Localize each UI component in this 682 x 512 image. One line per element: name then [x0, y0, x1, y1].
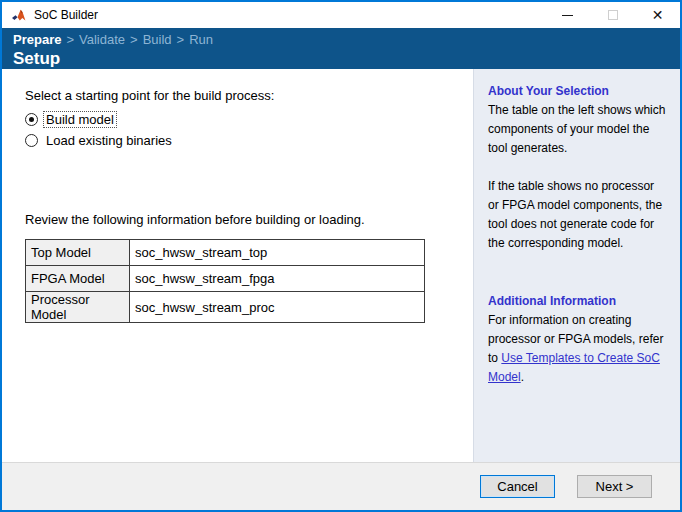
breadcrumb-step-prepare: Prepare — [13, 32, 61, 47]
matlab-logo-icon — [11, 7, 27, 23]
maximize-icon — [608, 10, 618, 20]
breadcrumb-separator: > — [130, 32, 138, 47]
wizard-body: Select a starting point for the build pr… — [2, 69, 680, 462]
table-row-value: soc_hwsw_stream_top — [130, 240, 425, 266]
titlebar: SoC Builder ✕ — [2, 2, 680, 28]
table-row-label: FPGA Model — [26, 266, 130, 292]
radio-build-model[interactable]: Build model — [25, 112, 473, 127]
radio-load-binaries-circle[interactable] — [25, 134, 38, 147]
model-info-table: Top Model soc_hwsw_stream_top FPGA Model… — [25, 239, 425, 323]
wizard-header: Prepare>Validate>Build>Run Setup — [2, 28, 680, 69]
radio-build-model-circle[interactable] — [25, 113, 38, 126]
close-icon: ✕ — [652, 8, 664, 22]
additional-information-heading: Additional Information — [488, 292, 668, 311]
about-selection-paragraph-2: If the table shows no processor or FPGA … — [488, 177, 668, 253]
window-controls: ✕ — [545, 2, 680, 28]
table-row-value: soc_hwsw_stream_proc — [130, 292, 425, 323]
about-selection-heading: About Your Selection — [488, 82, 668, 101]
start-point-prompt: Select a starting point for the build pr… — [25, 88, 473, 103]
next-button[interactable]: Next > — [577, 475, 652, 498]
maximize-button[interactable] — [590, 2, 635, 28]
soc-builder-window: SoC Builder ✕ Prepare>Validate>Build>Run… — [0, 0, 682, 512]
review-instruction: Review the following information before … — [25, 212, 473, 227]
breadcrumb-step-run: Run — [189, 32, 213, 47]
minimize-button[interactable] — [545, 2, 590, 28]
table-row-value: soc_hwsw_stream_fpga — [130, 266, 425, 292]
table-row-label: Top Model — [26, 240, 130, 266]
breadcrumb-step-validate: Validate — [79, 32, 125, 47]
table-row-label: Processor Model — [26, 292, 130, 323]
table-row: Processor Model soc_hwsw_stream_proc — [26, 292, 425, 323]
radio-load-binaries-label[interactable]: Load existing binaries — [44, 133, 174, 148]
table-row: Top Model soc_hwsw_stream_top — [26, 240, 425, 266]
breadcrumb-step-build: Build — [143, 32, 172, 47]
about-selection-paragraph-1: The table on the left shows which compon… — [488, 101, 668, 158]
additional-info-period: . — [521, 370, 524, 384]
radio-load-binaries[interactable]: Load existing binaries — [25, 133, 473, 148]
table-row: FPGA Model soc_hwsw_stream_fpga — [26, 266, 425, 292]
page-title: Setup — [13, 49, 680, 69]
sidebar-spacer — [488, 272, 668, 292]
breadcrumb-separator: > — [66, 32, 74, 47]
templates-link[interactable]: Use Templates to Create SoC Model — [488, 351, 660, 384]
footer-bar: Cancel Next > — [2, 462, 680, 510]
help-sidebar: About Your Selection The table on the le… — [473, 69, 680, 462]
cancel-button[interactable]: Cancel — [480, 475, 555, 498]
radio-build-model-label[interactable]: Build model — [44, 112, 116, 127]
breadcrumb-separator: > — [177, 32, 185, 47]
additional-information-paragraph: For information on creating processor or… — [488, 311, 668, 387]
breadcrumb: Prepare>Validate>Build>Run — [13, 32, 680, 48]
window-title: SoC Builder — [34, 8, 98, 22]
minimize-icon — [562, 15, 573, 16]
main-pane: Select a starting point for the build pr… — [2, 69, 473, 462]
close-button[interactable]: ✕ — [635, 2, 680, 28]
